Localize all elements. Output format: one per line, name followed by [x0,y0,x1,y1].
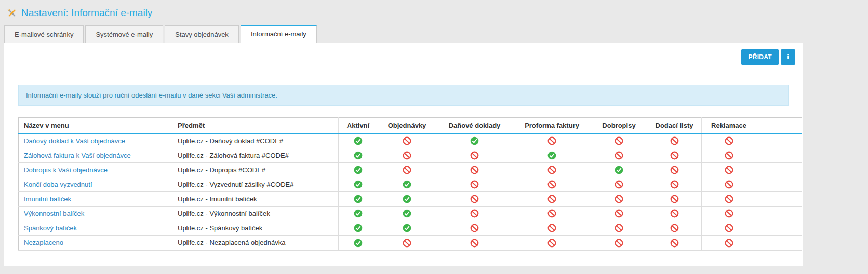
status-cell [647,192,702,207]
check-icon [354,136,363,145]
check-icon [354,166,363,174]
blocked-icon [615,136,623,145]
blocked-icon [725,195,733,203]
status-cell [513,148,591,163]
email-name-link[interactable]: Imunitní balíček [24,195,71,203]
blocked-icon [547,180,556,189]
blocked-icon [725,136,733,145]
table-row: Končí doba vyzvednutíUplife.cz - Vyzvedn… [19,177,802,192]
status-cell [591,163,647,177]
status-cell [436,221,513,236]
blocked-icon [470,195,479,203]
check-icon [615,166,623,174]
status-cell [591,192,647,207]
status-cell [513,133,591,148]
blocked-icon [670,136,679,145]
email-name-link[interactable]: Spánkový balíček [24,224,77,232]
check-icon [354,239,363,248]
status-cell [436,133,513,148]
add-button[interactable]: PŘIDAT [741,49,779,65]
check-icon [403,180,411,189]
blocked-icon [470,209,479,218]
blocked-icon [670,180,679,189]
status-cell [339,192,378,207]
status-cell [378,207,436,221]
status-cell [378,163,436,177]
blocked-icon [470,166,479,174]
blocked-icon [615,195,623,203]
status-cell [591,177,647,192]
check-icon [354,151,363,160]
check-icon [547,151,556,160]
content-panel: PŘIDAT i Informační e-maily slouží pro r… [4,43,803,266]
status-cell [339,177,378,192]
blocked-icon [547,224,556,232]
table-row: Daňový doklad k Vaší objednávceUplife.cz… [19,133,802,148]
check-icon [354,224,363,232]
status-cell [591,236,647,250]
email-name-cell: Imunitní balíček [19,192,172,207]
email-subject: Uplife.cz - Nezaplacená objednávka [172,236,339,250]
blocked-icon [670,151,679,160]
blocked-icon [403,239,411,248]
blocked-icon [403,166,411,174]
email-subject: Uplife.cz - Imunitní balíček [172,192,339,207]
status-cell [378,148,436,163]
tab-bar: E-mailové schránky Systémové e-maily Sta… [0,25,868,43]
col-dodaci-listy: Dodací listy [647,118,702,134]
status-cell [513,192,591,207]
info-button[interactable]: i [781,49,795,65]
status-cell [513,163,591,177]
email-name-link[interactable]: Dobropis k Vaší objednávce [24,166,108,174]
status-cell [591,221,647,236]
check-icon [403,195,411,203]
table-header-row: Název v menu Předmět Aktivní Objednávky … [19,118,802,134]
empty-cell [756,177,802,192]
blocked-icon [670,209,679,218]
email-name-cell: Dobropis k Vaší objednávce [19,163,172,177]
email-name-cell: Výkonnostní balíček [19,207,172,221]
table-row: NezaplacenoUplife.cz - Nezaplacená objed… [19,236,802,250]
tab-emailove-schranky[interactable]: E-mailové schránky [4,25,84,43]
tab-stavy-objednavek[interactable]: Stavy objednávek [165,25,239,43]
tab-informacni-emaily[interactable]: Informační e-maily [241,25,317,43]
email-name-link[interactable]: Daňový doklad k Vaší objednávce [24,137,125,145]
status-cell [513,221,591,236]
email-name-link[interactable]: Zálohová faktura k Vaší objednávce [24,152,131,159]
email-name-link[interactable]: Končí doba vyzvednutí [24,181,92,188]
blocked-icon [547,209,556,218]
empty-cell [756,236,802,250]
email-name-link[interactable]: Nezaplaceno [24,239,63,246]
blocked-icon [670,166,679,174]
email-name-cell: Nezaplaceno [19,236,172,250]
blocked-icon [615,239,623,248]
table-row: Výkonnostní balíčekUplife.cz - Výkonnost… [19,207,802,221]
status-cell [702,221,756,236]
status-cell [339,221,378,236]
check-icon [403,209,411,218]
table-row: Dobropis k Vaší objednávceUplife.cz - Do… [19,163,802,177]
blocked-icon [470,239,479,248]
status-cell [378,236,436,250]
blocked-icon [470,224,479,232]
blocked-icon [670,239,679,248]
blocked-icon [725,151,733,160]
status-cell [647,148,702,163]
col-danove-doklady: Daňové doklady [436,118,513,134]
blocked-icon [615,180,623,189]
blocked-icon [615,209,623,218]
email-name-cell: Daňový doklad k Vaší objednávce [19,133,172,148]
email-name-cell: Končí doba vyzvednutí [19,177,172,192]
email-name-link[interactable]: Výkonnostní balíček [24,210,84,217]
blocked-icon [470,180,479,189]
email-subject: Uplife.cz - Vyzvednutí zásilky #CODE# [172,177,339,192]
status-cell [339,207,378,221]
status-cell [513,207,591,221]
col-nazev-v-menu: Název v menu [19,118,172,134]
col-reklamace: Reklamace [702,118,756,134]
col-aktivni: Aktivní [339,118,378,134]
email-subject: Uplife.cz - Dopropis #CODE# [172,163,339,177]
status-cell [436,163,513,177]
empty-cell [756,207,802,221]
tab-systemove-emaily[interactable]: Systémové e-maily [85,25,163,43]
